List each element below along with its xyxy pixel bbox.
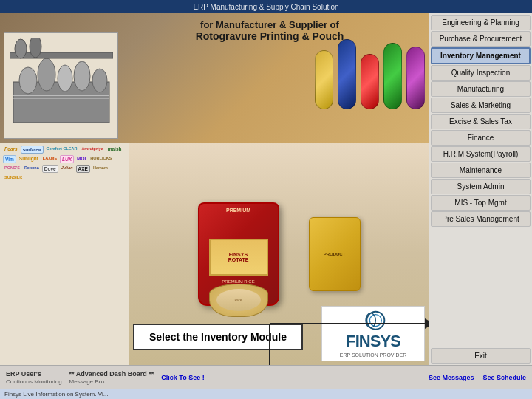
menu-item-presales[interactable]: Pre Sales Management (431, 211, 531, 227)
brand-axe: AXE (76, 165, 90, 173)
color-rolls (315, 39, 425, 109)
banner: for Manufacturer & Supplier of Rotogravu… (0, 13, 429, 143)
brand-comfort: Comfort CLEAR (45, 146, 79, 154)
ticker-bar: Finsys Live Information on System. Vi... (0, 389, 532, 399)
brand-ponds: POND'S (3, 165, 21, 173)
brand-maish: maish (106, 146, 123, 154)
brand-dove: Dove (42, 165, 58, 173)
brands-grid: Pears surfexcel Comfort CLEAR Amrutpriya… (3, 146, 126, 180)
menu-item-engineering[interactable]: Engineering & Planning (431, 15, 531, 30)
menu-item-hrm[interactable]: H.R.M System(Payroll) (431, 146, 531, 162)
machine-image (4, 32, 118, 139)
svg-point-4 (74, 61, 90, 91)
menu-item-exit[interactable]: Exit (431, 348, 531, 364)
menu-item-excise[interactable]: Excise & Sales Tax (431, 114, 531, 129)
brand-lux: LUX (60, 155, 74, 163)
svg-point-9 (15, 39, 27, 58)
brand-amrutpriya: Amrutpriya (80, 146, 104, 154)
brand-vim: Vim (3, 155, 16, 163)
menu-item-inventory[interactable]: Inventory Management (431, 47, 531, 64)
menu-item-maintenance[interactable]: Maintenance (431, 163, 531, 178)
top-header: ERP Manufacturing & Supply Chain Solutio… (0, 0, 532, 13)
menu-item-quality[interactable]: Quality Inspection (431, 65, 531, 81)
see-messages-link[interactable]: See Messages (429, 374, 474, 381)
menu-item-finance[interactable]: Finance (431, 130, 531, 146)
banner-text: for Manufacturer & Supplier of Rotogravu… (118, 19, 421, 42)
content-area: for Manufacturer & Supplier of Rotogravu… (0, 13, 429, 365)
brand-sunlight: Sunlight (18, 155, 40, 163)
menu-item-sales[interactable]: Sales & Marketing (431, 98, 531, 113)
brand-laxme: LAXME (41, 155, 58, 163)
brand-surf: surfexcel (21, 146, 44, 154)
dashboard-section: ** Advanced Dash Board ** Message Box (69, 370, 154, 385)
erp-users-section: ERP User's Continous Monitoring (6, 370, 62, 385)
svg-point-5 (92, 69, 107, 92)
roll-red (361, 54, 379, 109)
monitoring-label: Continous Monitoring (6, 378, 62, 385)
brand-rexona: Rexona (23, 165, 41, 173)
product-pack: PRODUCT (309, 217, 361, 291)
click-to-see-link[interactable]: Click To See ! (161, 374, 204, 381)
menu-item-purchase[interactable]: Purchase & Procurement (431, 31, 531, 47)
erp-users-label: ERP User's (6, 370, 62, 378)
svg-point-10 (30, 38, 41, 58)
brand-horlicks: HORLICKS (89, 155, 113, 163)
brand-pears: Pears (3, 146, 19, 154)
page-wrapper: ERP Manufacturing & Supply Chain Solutio… (0, 0, 532, 399)
svg-point-2 (38, 58, 55, 91)
brand-hamam: Hamam (92, 165, 109, 173)
products-section: Pears surfexcel Comfort CLEAR Amrutpriya… (0, 143, 429, 365)
main-content: for Manufacturer & Supplier of Rotogravu… (0, 13, 532, 365)
brands-area: Pears surfexcel Comfort CLEAR Amrutpriya… (0, 143, 129, 365)
brand-moi: MOI (75, 155, 87, 163)
roll-gold (315, 50, 333, 109)
svg-point-1 (19, 67, 37, 94)
dashboard-label: ** Advanced Dash Board ** (69, 370, 154, 378)
menu-item-mis[interactable]: MIS - Top Mgmt (431, 195, 531, 211)
svg-marker-13 (425, 318, 429, 329)
brand-julian: Julian (60, 165, 75, 173)
ticker-text: Finsys Live Information on System. Vi... (4, 391, 108, 398)
brand-sunsilk: SUNSILK (3, 174, 24, 180)
arrow-indicator (262, 313, 429, 365)
sidebar: Engineering & Planning Purchase & Procur… (429, 13, 532, 365)
status-right: See Messages See Schedule (429, 374, 526, 381)
roll-blue (338, 39, 356, 109)
banner-line2: Rotogravure Printing & Pouch (118, 30, 421, 42)
message-box-label: Message Box (69, 378, 154, 385)
roll-purple (406, 47, 425, 109)
see-schedule-link[interactable]: See Schedule (482, 374, 526, 381)
status-bar: ERP User's Continous Monitoring ** Advan… (0, 365, 532, 389)
roll-green (383, 43, 402, 109)
menu-item-sysadmin[interactable]: System Admin (431, 179, 531, 194)
menu-item-manufacturing[interactable]: Manufacturing (431, 81, 531, 97)
svg-point-3 (58, 65, 72, 92)
header-title: ERP Manufacturing & Supply Chain Solutio… (193, 3, 338, 11)
banner-line1: for Manufacturer & Supplier of (118, 19, 421, 30)
